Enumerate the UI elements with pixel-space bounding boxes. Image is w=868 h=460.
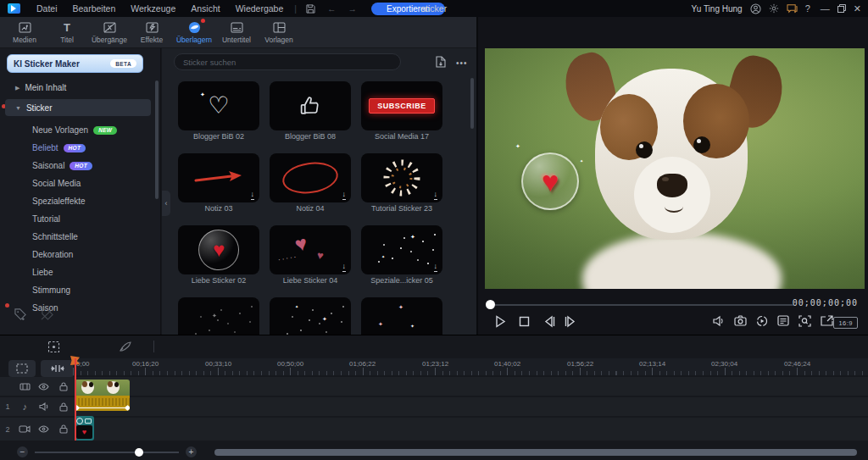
transform-tool-icon[interactable] — [47, 341, 60, 353]
restore-icon[interactable] — [837, 4, 846, 13]
next-frame-button[interactable] — [563, 315, 577, 328]
track-lane[interactable] — [73, 418, 868, 441]
menu-werkzeuge[interactable]: Werkzeuge — [123, 3, 183, 14]
tree-mein-inhalt[interactable]: ▶ Mein Inhalt — [15, 83, 66, 92]
tag-remove-icon[interactable] — [41, 308, 54, 320]
sidebar-item-saisonal[interactable]: Saisonal HOT — [32, 157, 92, 175]
select-tool-button[interactable] — [8, 360, 36, 377]
sidebar-item-dekoration[interactable]: Dekoration — [32, 246, 73, 263]
aspect-ratio-badge[interactable]: 16:9 — [833, 317, 858, 329]
collapse-panel-handle[interactable]: ‹ — [162, 191, 170, 216]
sticker-card-liebe-04[interactable]: ♥ ♥ ····· ↓ — [270, 225, 351, 274]
settings-gear-icon[interactable] — [769, 3, 779, 14]
video-camera-icon[interactable] — [15, 425, 35, 433]
tree-sticker-selected[interactable]: ▼ Sticker — [5, 99, 151, 116]
menu-wiedergabe[interactable]: Wiedergabe — [228, 3, 292, 14]
minimize-icon[interactable]: — — [821, 3, 830, 14]
sticker-card-notiz-04[interactable]: ↓ — [270, 153, 351, 202]
previous-frame-button[interactable] — [542, 315, 557, 328]
sticker-card-partial[interactable]: ✦ ✦ ✦ — [361, 297, 442, 335]
tab-untertitel[interactable]: Untertitel — [215, 20, 258, 44]
play-button[interactable] — [493, 314, 507, 329]
tab-titel[interactable]: T Titel — [46, 20, 88, 44]
eye-icon[interactable] — [35, 425, 54, 433]
sticker-card-partial[interactable]: ✦ ✦ — [270, 297, 351, 335]
help-icon[interactable]: ? — [805, 3, 810, 14]
render-preview-icon[interactable] — [756, 315, 768, 327]
track-lane[interactable] — [73, 377, 868, 396]
sidebar-item-beliebt[interactable]: Beliebt HOT — [32, 139, 86, 157]
lock-icon[interactable] — [53, 402, 73, 412]
sidebar-item-social-media[interactable]: Social Media — [32, 175, 81, 192]
music-note-icon[interactable]: ♪ — [15, 402, 35, 412]
tab-medien[interactable]: Medien — [3, 20, 46, 44]
grid-scrollbar[interactable] — [470, 78, 474, 129]
tab-vorlagen[interactable]: Vorlagen — [258, 20, 300, 44]
sidebar-item-schnittstelle[interactable]: Schnittstelle — [32, 228, 78, 246]
heart-bubble-sticker-overlay[interactable]: ♥ — [521, 152, 579, 210]
marker-list-icon[interactable] — [777, 315, 789, 326]
tab-uebergaenge[interactable]: Übergänge — [88, 20, 131, 44]
feedback-icon[interactable] — [787, 3, 798, 14]
zoom-slider-handle[interactable] — [135, 448, 143, 457]
playback-progress-bar[interactable] — [490, 304, 793, 306]
avatar-icon[interactable] — [750, 3, 761, 14]
clip-strip-icon[interactable] — [15, 383, 35, 391]
undo-icon[interactable]: ← — [327, 3, 337, 14]
tab-effekte[interactable]: Effekte — [131, 20, 173, 44]
menu-datei[interactable]: Datei — [29, 3, 65, 14]
tab-ueberlagern[interactable]: Überlagern — [173, 20, 215, 44]
zoom-in-button[interactable]: + — [186, 446, 197, 457]
stop-button[interactable] — [519, 316, 530, 327]
lock-icon[interactable] — [53, 424, 73, 434]
download-icon[interactable]: ↓ — [342, 263, 347, 272]
zoom-fit-icon[interactable] — [798, 315, 811, 327]
video-clip[interactable] — [75, 380, 130, 411]
sidebar-item-stimmung[interactable]: Stimmung — [32, 281, 70, 299]
video-canvas[interactable]: ♥ ✦ ✦ — [485, 48, 865, 289]
download-icon[interactable]: ↓ — [434, 191, 438, 200]
sticker-card-blogger-bib-02[interactable]: ♡ ✦ — [178, 81, 259, 130]
pen-tool-icon[interactable] — [119, 341, 132, 352]
playhead-knob[interactable] — [486, 300, 495, 309]
sticker-clip[interactable]: ♥ — [75, 416, 94, 441]
tag-add-icon[interactable] — [14, 308, 27, 320]
sidebar-item-tutorial[interactable]: Tutorial — [32, 210, 60, 228]
speaker-icon[interactable] — [35, 402, 54, 411]
timeline-playhead[interactable] — [75, 358, 76, 441]
track-lane[interactable] — [73, 397, 868, 416]
menu-ansicht[interactable]: Ansicht — [183, 3, 227, 14]
fullscreen-popout-icon[interactable] — [821, 315, 833, 326]
sticker-card-spezial-05[interactable]: ✦ ✦ ↓ — [361, 225, 442, 274]
close-icon[interactable]: ✕ — [854, 3, 861, 14]
volume-keyframe-line[interactable] — [75, 407, 129, 409]
download-icon[interactable]: ↓ — [251, 191, 255, 200]
download-icon[interactable]: ↓ — [434, 263, 438, 272]
timeline-zoom-slider[interactable] — [35, 452, 179, 453]
snap-button[interactable] — [41, 360, 75, 377]
download-icon[interactable]: ↓ — [342, 191, 347, 200]
lock-icon[interactable] — [53, 382, 73, 391]
sticker-card-liebe-02[interactable]: ♥ — [178, 225, 259, 274]
sticker-card-tutorial-23[interactable]: ↓ — [361, 153, 442, 202]
sidebar-item-liebe[interactable]: Liebe — [32, 263, 53, 281]
sticker-card-blogger-bib-08[interactable] — [270, 81, 351, 130]
menu-bearbeiten[interactable]: Bearbeiten — [65, 3, 124, 14]
import-sticker-icon[interactable] — [435, 56, 447, 68]
timeline-horizontal-scrollbar[interactable] — [214, 449, 857, 456]
redo-icon[interactable]: → — [348, 3, 358, 14]
sidebar-item-spezialeffekte[interactable]: Spezialeffekte — [32, 192, 86, 210]
volume-icon[interactable] — [712, 315, 725, 327]
save-icon[interactable] — [306, 4, 315, 14]
search-input[interactable] — [174, 53, 401, 70]
sticker-card-partial[interactable]: ✦ — [178, 297, 259, 335]
sidebar-scrollbar[interactable] — [155, 80, 159, 199]
sidebar-item-neue-vorlagen[interactable]: Neue Vorlagen NEW — [32, 121, 117, 139]
sticker-card-social-media-17[interactable]: SUBSCRIBE — [361, 81, 442, 130]
sticker-card-notiz-03[interactable]: ↓ — [178, 153, 259, 202]
snapshot-camera-icon[interactable] — [734, 315, 747, 326]
ai-sticker-maker-button[interactable]: KI Sticker Maker BETA — [7, 54, 143, 73]
timeline-ruler[interactable]: 0;00 00;16;20 00;33;10 00;50;00 01;06;22… — [73, 358, 868, 375]
user-name[interactable]: Yu Ting Hung — [692, 4, 743, 14]
more-options-icon[interactable]: ••• — [456, 58, 468, 68]
